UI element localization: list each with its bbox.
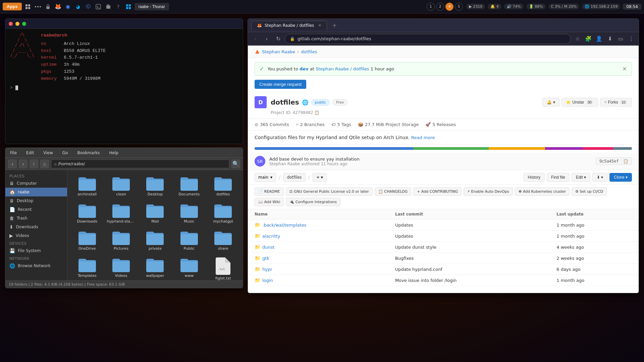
gl-copy-id-btn[interactable]: 📋 [314,110,319,115]
fm-file-mychatgpt[interactable]: mychatgpt [207,200,239,226]
tab-close-btn[interactable]: ✕ [318,23,321,28]
sidebar-item-downloads[interactable]: ⬇ Downloads [5,223,67,231]
copy-hash-btn[interactable]: 📋 [623,159,628,164]
gl-unstar-btn[interactable]: ⭐ Unstar 30 [561,98,598,107]
gl-commits-stat[interactable]: ⊙365 Commits [255,122,289,127]
fm-file-Desktop[interactable]: Desktop [139,173,171,199]
sidebar-toggle-btn[interactable]: ▭ [616,34,625,44]
fm-up-btn[interactable]: ↑ [30,160,38,168]
workspace-1[interactable]: 1 [427,3,435,11]
gl-merge-request-btn[interactable]: Create merge request [255,80,306,89]
gl-branches-stat[interactable]: ⑂2 Branches [296,122,325,127]
gl-edit-btn[interactable]: Edit ▾ [572,173,590,182]
taskbar-help-icon[interactable]: ? [114,3,122,11]
gl-notif-close-btn[interactable]: ✕ [623,66,627,72]
gl-file-link[interactable]: 📁 gtk [255,255,382,261]
gl-branch-select[interactable]: main ▾ [255,173,276,182]
url-bar[interactable]: 🔒 gitlab.com/stephan-raabe/dotfiles [285,34,571,44]
gl-breadcrumb-repo[interactable]: dotfiles [301,49,317,54]
term-maximize-btn[interactable] [22,22,26,26]
gl-tags-stat[interactable]: 🏷5 Tags [331,122,351,127]
profile-btn[interactable]: 👤 [594,34,604,44]
fm-menu-bookmarks[interactable]: Bookmarks [75,150,102,156]
fm-file-hyprland-starter[interactable]: hyprland-starter [105,200,137,226]
fm-file-Music[interactable]: Music [173,200,205,226]
fm-menu-view[interactable]: View [41,150,55,156]
workspace-5[interactable]: 5 [455,3,463,11]
sidebar-item-filesystem[interactable]: 💾 File System [5,246,67,255]
sidebar-item-network[interactable]: 🌐 Browse Network [5,261,67,270]
extensions-btn[interactable]: 🧩 [584,34,593,44]
fm-file-figlet.txt[interactable]: .txt figlet.txt [207,255,239,283]
gl-notif-link[interactable]: Stephan Raabe / dotfiles [316,66,369,71]
taskbar-lock-icon[interactable] [44,3,52,11]
gl-breadcrumb-user[interactable]: Stephan Raabe [262,49,295,54]
gl-file-link[interactable]: 📁 hypr [255,266,382,272]
taskbar-windows-icon[interactable] [124,3,132,11]
fm-file-clean[interactable]: clean [105,173,137,199]
gl-license-btn[interactable]: ⚖ GNU General Public License v2.0 or lat… [286,187,373,196]
fm-path-bar[interactable]: ⌂ /home/raabe/ [51,160,229,168]
fm-menu-help[interactable]: Help [107,150,120,156]
fm-file-Videos[interactable]: Videos [105,255,137,283]
gl-changelog-btn[interactable]: 📋 CHANGELOG [375,187,412,196]
fm-home-btn[interactable]: ⌂ [40,160,49,168]
fm-file-Public[interactable]: Public [173,228,205,253]
fm-file-archinstall[interactable]: archinstall [71,173,103,199]
gl-download-btn[interactable]: ⬇ ▾ [592,173,607,182]
nav-refresh-btn[interactable]: ↻ [273,34,283,44]
taskbar-icon-gallery[interactable] [24,3,32,11]
bookmark-btn[interactable]: ☆ [573,34,582,44]
taskbar-edge-icon[interactable]: ◕ [74,3,82,11]
fm-file-dotfiles[interactable]: dotfiles [207,173,239,199]
fm-file-wallpaper[interactable]: wallpaper [139,255,171,283]
terminal-prompt[interactable]: > [10,85,238,90]
fm-file-private[interactable]: private [139,228,171,253]
gl-releases-stat[interactable]: 🚀5 Releases [425,122,456,127]
fm-file-Downloads[interactable]: Downloads [71,200,103,226]
taskbar-browser-icon[interactable]: 🦊 [54,3,62,11]
sidebar-item-raabe[interactable]: 🏠 raabe [5,188,67,196]
taskbar-terminal-icon[interactable] [94,3,102,11]
fm-forward-btn[interactable]: › [19,160,28,168]
gl-file-link[interactable]: 📁 login [255,278,382,283]
gl-file-link[interactable]: 📁 dunst [255,244,382,250]
fm-back-btn[interactable]: ‹ [8,160,17,168]
sidebar-item-videos[interactable]: ▶ Videos [5,231,67,240]
gl-add-file-btn[interactable]: + ▾ [313,173,327,182]
gl-repo-name[interactable]: dotfiles [271,98,299,106]
fm-menu-edit[interactable]: Edit [24,150,36,156]
fm-file-Documents[interactable]: Documents [173,173,205,199]
gl-read-more-btn[interactable]: Read more [411,135,435,140]
gl-find-file-btn[interactable]: Find file [547,173,570,182]
nav-forward-btn[interactable]: › [262,34,271,44]
browser-menu-btn[interactable]: ⋮ [627,34,636,44]
nav-back-btn[interactable]: ‹ [251,34,260,44]
gl-history-btn[interactable]: History [524,173,545,182]
fm-menu-go[interactable]: Go [60,150,70,156]
taskbar-another-icon[interactable]: Ⓒ [84,3,92,11]
fm-search-btn[interactable]: 🔍 [231,160,240,168]
download-btn[interactable]: ⬇ [605,34,614,44]
thunar-window-button[interactable]: raabe - Thunar [135,3,169,10]
fm-file-OneDrive[interactable]: OneDrive [71,228,103,253]
gl-cicd-btn[interactable]: ⚙ Set up CI/CD [572,187,607,196]
fm-menu-file[interactable]: File [8,150,19,156]
gl-autodevops-btn[interactable]: ⚡ Enable Auto DevOps [464,187,513,196]
fm-file-Templates[interactable]: Templates [71,255,103,283]
gl-notif-bell-btn[interactable]: 🔔 ▾ [542,98,559,107]
gl-contributing-btn[interactable]: + Add CONTRIBUTING [413,187,462,196]
gl-readme-btn[interactable]: 📄 README [255,187,284,196]
term-minimize-btn[interactable] [15,22,19,26]
gl-integrations-btn[interactable]: 🔌 Configure Integrations [286,198,340,206]
workspace-2[interactable]: 2 [436,3,444,11]
fm-file-www[interactable]: www [173,255,205,283]
gl-kubernetes-btn[interactable]: ☸ Add Kubernetes cluster [515,187,570,196]
apps-button[interactable]: Apps [3,3,22,10]
new-tab-btn[interactable]: + [330,21,339,30]
taskbar-files-icon[interactable] [104,3,112,11]
browser-tab-dotfiles[interactable]: 🦊 Stephan Raabe / dotfiles ✕ [251,21,327,30]
gl-wiki-btn[interactable]: 📖 Add Wiki [255,198,284,206]
gl-file-link[interactable]: 📁 alacritty [255,233,382,239]
fm-file-share[interactable]: share [207,228,239,253]
